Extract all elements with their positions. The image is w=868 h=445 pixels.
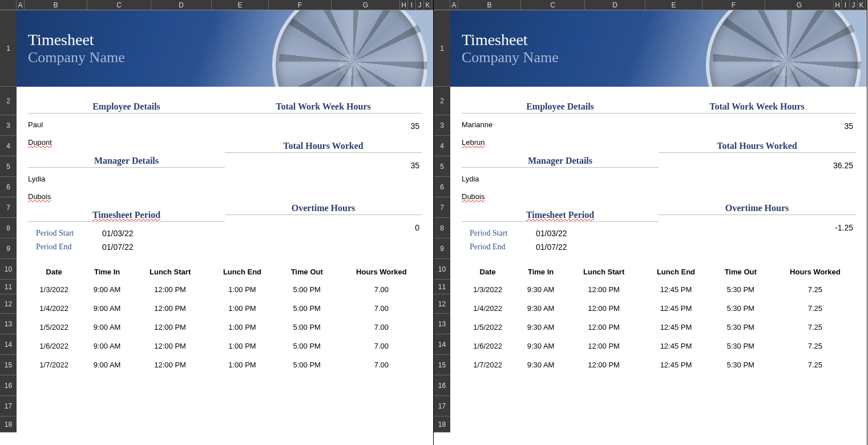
- row-header[interactable]: 17: [434, 396, 450, 416]
- column-header[interactable]: G: [332, 0, 400, 10]
- table-cell[interactable]: 1/5/2022: [27, 318, 81, 337]
- row-header[interactable]: 2: [0, 87, 17, 115]
- table-header[interactable]: Lunch End: [207, 264, 277, 280]
- table-cell[interactable]: 12:00 PM: [133, 318, 207, 337]
- table-cell[interactable]: 1/4/2022: [27, 299, 81, 318]
- manager-first-name[interactable]: Lydia: [462, 172, 659, 190]
- table-cell[interactable]: 7.00: [337, 355, 426, 374]
- row-header[interactable]: 4: [0, 136, 17, 156]
- row-header[interactable]: 17: [0, 396, 17, 416]
- period-start-value[interactable]: 01/03/22: [536, 229, 567, 238]
- column-header[interactable]: K: [858, 0, 866, 10]
- total-week-hours[interactable]: 35: [659, 118, 855, 139]
- row-header[interactable]: 11: [0, 280, 17, 294]
- table-cell[interactable]: 12:00 PM: [133, 280, 207, 300]
- row-header[interactable]: 1: [434, 10, 450, 87]
- row-header[interactable]: 10: [0, 259, 17, 280]
- table-header[interactable]: Lunch Start: [133, 264, 207, 280]
- column-header[interactable]: E: [645, 0, 703, 10]
- table-cell[interactable]: 7.00: [337, 280, 426, 300]
- table-cell[interactable]: 5:30 PM: [711, 318, 770, 337]
- table-cell[interactable]: 9:00 AM: [81, 337, 133, 355]
- table-cell[interactable]: 12:00 PM: [567, 318, 641, 337]
- total-hours-worked[interactable]: 35: [225, 157, 422, 178]
- table-cell[interactable]: 1/3/2022: [27, 280, 81, 300]
- row-header[interactable]: 9: [0, 238, 17, 259]
- overtime-hours[interactable]: 0: [225, 220, 422, 240]
- table-cell[interactable]: 1:00 PM: [207, 355, 277, 374]
- period-end-value[interactable]: 01/07/22: [102, 242, 134, 252]
- row-header[interactable]: 18: [434, 416, 450, 432]
- row-header[interactable]: 7: [434, 197, 450, 218]
- overtime-hours[interactable]: -1.25: [659, 220, 855, 240]
- column-header[interactable]: H: [400, 0, 408, 10]
- table-cell[interactable]: 12:45 PM: [641, 280, 710, 300]
- table-header[interactable]: Time Out: [277, 264, 337, 280]
- table-cell[interactable]: 12:00 PM: [133, 299, 207, 318]
- table-cell[interactable]: 5:30 PM: [711, 299, 770, 318]
- table-cell[interactable]: 12:00 PM: [567, 337, 641, 355]
- table-cell[interactable]: 1:00 PM: [207, 337, 277, 355]
- table-cell[interactable]: 5:30 PM: [711, 337, 770, 355]
- table-cell[interactable]: 12:00 PM: [133, 355, 207, 374]
- table-cell[interactable]: 5:30 PM: [711, 280, 770, 300]
- table-cell[interactable]: 9:00 AM: [81, 299, 133, 318]
- employee-last-name[interactable]: Dupont: [28, 136, 225, 153]
- column-header[interactable]: D: [585, 0, 645, 10]
- row-header[interactable]: 3: [434, 115, 450, 136]
- column-header[interactable]: F: [703, 0, 765, 10]
- table-cell[interactable]: 12:45 PM: [641, 337, 710, 355]
- table-cell[interactable]: 1:00 PM: [207, 318, 277, 337]
- table-header[interactable]: Time Out: [711, 264, 770, 280]
- column-header[interactable]: B: [25, 0, 87, 10]
- row-header[interactable]: 4: [434, 136, 450, 156]
- row-header[interactable]: 6: [0, 177, 17, 197]
- table-cell[interactable]: 5:00 PM: [277, 318, 337, 337]
- table-header[interactable]: Time In: [81, 264, 133, 280]
- row-header[interactable]: 3: [0, 115, 17, 136]
- table-cell[interactable]: 12:45 PM: [641, 355, 710, 374]
- select-all-corner[interactable]: [434, 0, 450, 10]
- table-cell[interactable]: 9:30 AM: [515, 318, 567, 337]
- row-header[interactable]: 13: [0, 314, 17, 334]
- table-cell[interactable]: 1/6/2022: [27, 337, 81, 355]
- table-cell[interactable]: 1/3/2022: [461, 280, 515, 300]
- employee-first-name[interactable]: Paul: [28, 118, 225, 136]
- row-header[interactable]: 9: [434, 238, 450, 259]
- table-cell[interactable]: 7.25: [770, 337, 860, 355]
- row-header[interactable]: 7: [0, 197, 17, 218]
- table-cell[interactable]: 7.25: [770, 299, 860, 318]
- row-header[interactable]: 5: [0, 156, 17, 177]
- table-cell[interactable]: 12:45 PM: [641, 299, 710, 318]
- table-cell[interactable]: 12:45 PM: [641, 318, 710, 337]
- table-cell[interactable]: 9:30 AM: [515, 355, 567, 374]
- table-cell[interactable]: 5:00 PM: [277, 299, 337, 318]
- period-start-value[interactable]: 01/03/22: [102, 229, 134, 238]
- table-cell[interactable]: 7.25: [770, 280, 860, 300]
- employee-first-name[interactable]: Marianne: [462, 118, 659, 136]
- row-header[interactable]: 10: [434, 259, 450, 280]
- row-header[interactable]: 11: [434, 280, 450, 294]
- table-cell[interactable]: 12:00 PM: [133, 337, 207, 355]
- table-cell[interactable]: 1/5/2022: [461, 318, 515, 337]
- table-cell[interactable]: 1:00 PM: [207, 299, 277, 318]
- row-header[interactable]: 6: [434, 177, 450, 197]
- column-header[interactable]: A: [450, 0, 458, 10]
- table-cell[interactable]: 7.25: [770, 318, 860, 337]
- table-cell[interactable]: 7.00: [337, 337, 426, 355]
- table-cell[interactable]: 1/7/2022: [27, 355, 81, 374]
- column-header[interactable]: D: [151, 0, 212, 10]
- column-header[interactable]: I: [842, 0, 850, 10]
- manager-last-name[interactable]: Dubois: [28, 190, 225, 208]
- table-cell[interactable]: 5:00 PM: [277, 355, 337, 374]
- row-header[interactable]: 5: [434, 156, 450, 177]
- column-header[interactable]: H: [834, 0, 842, 10]
- column-header[interactable]: J: [416, 0, 424, 10]
- table-cell[interactable]: 1:00 PM: [207, 280, 277, 300]
- column-header[interactable]: A: [17, 0, 25, 10]
- table-cell[interactable]: 12:00 PM: [567, 355, 641, 374]
- row-header[interactable]: 2: [434, 87, 450, 115]
- column-header[interactable]: J: [850, 0, 858, 10]
- column-header[interactable]: F: [269, 0, 332, 10]
- table-header[interactable]: Date: [461, 264, 515, 280]
